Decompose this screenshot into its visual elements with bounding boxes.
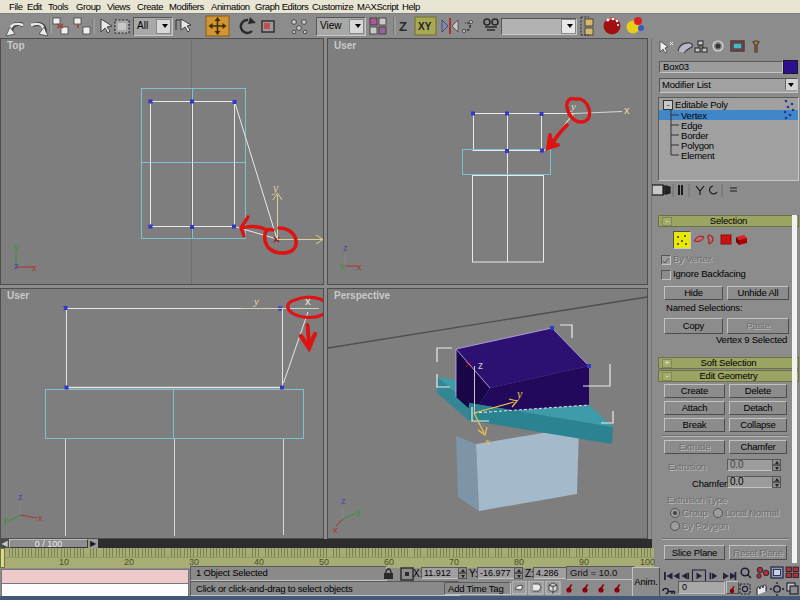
svg-text:z: z bbox=[14, 261, 19, 271]
svg-text:x: x bbox=[357, 262, 362, 272]
svg-text:XY: XY bbox=[418, 21, 432, 32]
svg-text:z: z bbox=[343, 243, 348, 253]
svg-text:y: y bbox=[356, 507, 361, 517]
svg-text:y: y bbox=[272, 181, 279, 195]
svg-text:y: y bbox=[516, 387, 523, 401]
svg-text:x: x bbox=[32, 263, 37, 273]
svg-text:x: x bbox=[333, 525, 338, 535]
svg-text:z: z bbox=[341, 496, 346, 506]
svg-text:z: z bbox=[18, 492, 23, 502]
svg-text:z: z bbox=[478, 360, 483, 371]
svg-text:y: y bbox=[253, 295, 259, 307]
svg-text:y: y bbox=[14, 242, 19, 252]
svg-text:x: x bbox=[624, 104, 630, 116]
svg-text:x: x bbox=[38, 513, 43, 523]
svg-text:y: y bbox=[340, 261, 345, 271]
svg-text:Z: Z bbox=[399, 19, 407, 34]
svg-text:y: y bbox=[570, 100, 576, 112]
svg-text:x: x bbox=[484, 435, 490, 447]
svg-text:y: y bbox=[3, 515, 8, 525]
